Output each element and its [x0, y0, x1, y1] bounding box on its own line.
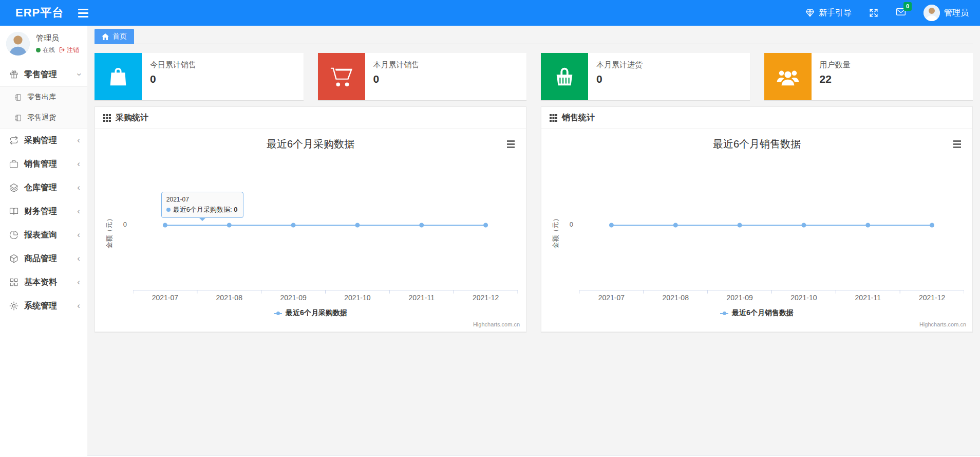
chevron-left-icon: ‹ [77, 135, 80, 145]
data-point-marker[interactable] [673, 223, 678, 228]
legend-label: 最近6个月销售数据 [732, 308, 794, 318]
panel-title: 采购统计 [116, 113, 148, 123]
panel-title: 销售统计 [562, 113, 595, 123]
x-axis-label: 2021-07 [152, 294, 178, 302]
gear-icon [9, 301, 18, 310]
tab-bar: 首页 [95, 29, 973, 44]
data-point-marker[interactable] [163, 223, 167, 228]
chart-panel: 销售统计 最近6个月销售数据 金额（元） 0 2021-072021-08202… [541, 106, 973, 332]
sidebar-subitem-label: 零售退货 [27, 113, 56, 122]
x-axis-label: 2021-08 [216, 294, 242, 302]
chart-panels-row: 采购统计 最近6个月采购数据 金额（元） 0 2021-072021-08202… [95, 106, 973, 332]
x-axis-line [579, 290, 964, 294]
sidebar-username: 管理员 [36, 33, 79, 43]
stat-card-1[interactable]: 本月累计销售0 [318, 53, 527, 100]
gift-icon [9, 70, 18, 79]
sidebar-item-8: 系统管理‹ [0, 294, 87, 318]
sidebar-item-label: 报表查询 [24, 230, 57, 241]
data-point-marker[interactable] [609, 223, 614, 228]
x-axis-label: 2021-12 [473, 294, 499, 302]
sidebar-toggle-icon[interactable] [78, 9, 88, 17]
x-axis-label: 2021-11 [409, 294, 435, 302]
chart-credits[interactable]: Highcharts.com.cn [473, 321, 520, 327]
sidebar-item-button[interactable]: 基本资料‹ [0, 270, 87, 294]
shopping-bag-icon [95, 53, 142, 100]
data-point-marker[interactable] [483, 223, 488, 228]
online-status-label: 在线 [43, 46, 55, 54]
data-point-marker[interactable] [291, 223, 296, 228]
data-point-marker[interactable] [738, 223, 742, 228]
chart-title: 最近6个月采购数据 [95, 137, 526, 151]
user-menu[interactable]: 管理员 [924, 5, 969, 21]
messages-button[interactable]: 0 [896, 7, 906, 19]
chevron-left-icon: ‹ [77, 277, 80, 287]
stat-card-3[interactable]: 用户数量22 [764, 53, 973, 100]
chevron-left-icon: ‹ [77, 182, 80, 193]
x-axis-label: 2021-08 [663, 294, 689, 302]
x-axis-line [133, 290, 518, 294]
sidebar-item-button[interactable]: 采购管理‹ [0, 129, 87, 152]
chart-legend[interactable]: 最近6个月销售数据 [541, 308, 972, 318]
data-point-marker[interactable] [930, 223, 934, 228]
chevron-down-icon: ‹ [73, 73, 84, 76]
sidebar-item-button[interactable]: 财务管理‹ [0, 199, 87, 223]
online-dot-icon [36, 48, 41, 52]
logout-label: 注销 [67, 46, 79, 54]
chart-context-menu-icon[interactable] [953, 140, 961, 148]
guide-menu-item[interactable]: 新手引导 [805, 8, 852, 19]
main-content: 首页 今日累计销售0本月累计销售0本月累计进货0用户数量22 采购统计 最近6个… [87, 26, 980, 457]
data-point-marker[interactable] [355, 223, 360, 228]
stat-card-title: 本月累计销售 [373, 60, 420, 70]
x-axis-label: 2021-12 [919, 294, 945, 302]
data-point-marker[interactable] [801, 223, 806, 228]
sidebar-subitem-button[interactable]: 零售出库 [0, 87, 87, 107]
plot-area [579, 155, 964, 290]
sidebar-item-button[interactable]: 仓库管理‹ [0, 176, 87, 199]
chart-credits[interactable]: Highcharts.com.cn [919, 321, 966, 327]
sidebar-item-6: 商品管理‹ [0, 247, 87, 270]
sidebar-item-button[interactable]: 零售管理‹ [0, 63, 87, 86]
sidebar-item-button[interactable]: 商品管理‹ [0, 247, 87, 270]
chart-legend[interactable]: 最近6个月采购数据 [95, 308, 526, 318]
fullscreen-button[interactable] [869, 8, 878, 17]
chart-context-menu-icon[interactable] [507, 140, 515, 148]
chart-title: 最近6个月销售数据 [541, 137, 972, 151]
sidebar-item-label: 基本资料 [24, 277, 57, 288]
sidebar-item-5: 报表查询‹ [0, 223, 87, 247]
sidebar-item-button[interactable]: 报表查询‹ [0, 223, 87, 247]
sidebar-item-button[interactable]: 系统管理‹ [0, 294, 87, 318]
data-point-marker[interactable] [865, 223, 870, 228]
sidebar-item-label: 零售管理 [24, 69, 57, 80]
notebook-icon [14, 94, 22, 101]
y-axis-tick-label: 0 [541, 221, 573, 228]
logout-link[interactable]: 注销 [59, 46, 79, 54]
sidebar-subitem-button[interactable]: 零售退货 [0, 107, 87, 128]
chart-panel: 采购统计 最近6个月采购数据 金额（元） 0 2021-072021-08202… [95, 106, 526, 332]
sidebar-item-label: 仓库管理 [24, 182, 57, 193]
sidebar-item-1: 采购管理‹ [0, 129, 87, 152]
grid-icon [9, 278, 18, 287]
stat-card-value: 0 [596, 73, 643, 85]
stat-card-value: 0 [373, 73, 420, 85]
sidebar-item-button[interactable]: 销售管理‹ [0, 152, 87, 176]
th-grid-icon [103, 114, 111, 122]
data-point-marker[interactable] [227, 223, 232, 228]
chevron-left-icon: ‹ [77, 206, 80, 216]
users-icon [764, 53, 812, 100]
x-axis-label: 2021-10 [790, 294, 817, 302]
sidebar-item-label: 财务管理 [24, 206, 57, 217]
briefcase-icon [9, 159, 18, 169]
home-icon [102, 33, 109, 40]
sidebar-submenu: 零售出库零售退货 [0, 86, 87, 129]
stat-card-0[interactable]: 今日累计销售0 [95, 53, 304, 100]
tab-home[interactable]: 首页 [95, 29, 134, 44]
stat-card-2[interactable]: 本月累计进货0 [541, 53, 750, 100]
sidebar-item-3: 仓库管理‹ [0, 176, 87, 199]
messages-badge: 0 [903, 2, 912, 11]
top-navbar: ERP平台 新手引导 0 [0, 0, 980, 26]
sign-out-icon [59, 47, 65, 53]
legend-marker-icon [720, 311, 728, 316]
sidebar-item-4: 财务管理‹ [0, 199, 87, 223]
data-point-marker[interactable] [419, 223, 424, 228]
th-grid-icon [550, 114, 557, 122]
